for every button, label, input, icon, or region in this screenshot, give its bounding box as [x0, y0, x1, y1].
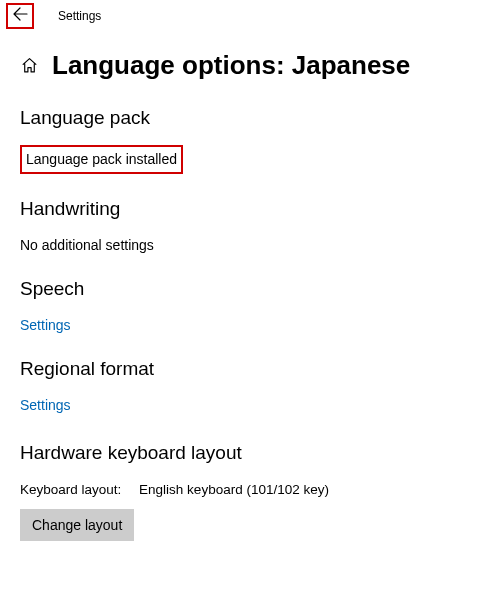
handwriting-status: No additional settings — [20, 237, 154, 253]
keyboard-layout-row: Keyboard layout: English keyboard (101/1… — [20, 482, 480, 497]
section-heading-regional-format: Regional format — [20, 358, 480, 380]
section-heading-language-pack: Language pack — [20, 107, 480, 129]
page-title: Language options: Japanese — [52, 50, 410, 81]
regional-format-settings-link[interactable]: Settings — [20, 397, 71, 413]
section-heading-hardware-keyboard: Hardware keyboard layout — [20, 442, 480, 464]
section-regional-format: Regional format Settings — [20, 358, 480, 414]
section-heading-speech: Speech — [20, 278, 480, 300]
language-pack-status: Language pack installed — [26, 151, 177, 168]
keyboard-layout-label: Keyboard layout: — [20, 482, 121, 497]
keyboard-layout-value: English keyboard (101/102 key) — [139, 482, 329, 497]
section-handwriting: Handwriting No additional settings — [20, 198, 480, 254]
section-speech: Speech Settings — [20, 278, 480, 334]
section-language-pack: Language pack Language pack installed — [20, 107, 480, 174]
home-icon[interactable] — [20, 57, 38, 75]
titlebar: Settings — [0, 0, 500, 32]
back-arrow-icon — [12, 6, 28, 26]
speech-settings-link[interactable]: Settings — [20, 317, 71, 333]
section-heading-handwriting: Handwriting — [20, 198, 480, 220]
language-pack-status-highlight: Language pack installed — [20, 145, 183, 174]
section-hardware-keyboard: Hardware keyboard layout Keyboard layout… — [20, 442, 480, 541]
back-button[interactable] — [6, 3, 34, 29]
window-title: Settings — [58, 9, 101, 23]
page-header: Language options: Japanese — [20, 50, 480, 81]
change-layout-button[interactable]: Change layout — [20, 509, 134, 541]
